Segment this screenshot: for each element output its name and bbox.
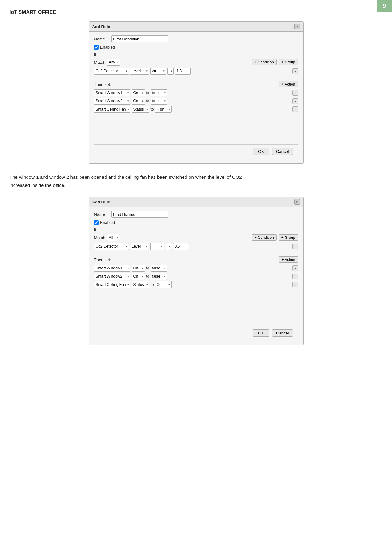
action-value-select-2-3[interactable]: High Low Off: [155, 281, 172, 288]
dialog-1-close-button[interactable]: ×: [294, 24, 300, 29]
action-value-wrapper-1-2: true false: [151, 98, 167, 105]
dialog-1-body: Name Enabled If: Match Any All: [89, 32, 303, 160]
action-value-wrapper-2-1: true false: [151, 265, 167, 272]
action-device-select-1-2[interactable]: Smart Window2: [94, 98, 130, 105]
name-input-2[interactable]: [111, 211, 168, 218]
device-select-2[interactable]: Co2 Detector: [94, 243, 129, 250]
add-condition-button-1[interactable]: + Condition: [252, 59, 277, 65]
enabled-label: Enabled: [100, 45, 115, 50]
remove-action-button-1-2[interactable]: -: [292, 98, 298, 104]
operator-select-wrapper-2: = >= <=: [150, 243, 164, 250]
action-value-select-2-1[interactable]: true false: [151, 265, 167, 272]
action-property-select-2-1[interactable]: On: [132, 265, 145, 272]
action-value-select-1-3[interactable]: High Low Off: [155, 106, 172, 113]
page-number: 9: [377, 0, 392, 12]
value-arrow-select-1[interactable]: [167, 68, 174, 75]
enabled-label-2: Enabled: [100, 220, 115, 225]
property-select-wrapper-2: Level: [130, 243, 149, 250]
enabled-checkbox-2[interactable]: [94, 220, 99, 225]
remove-action-button-2-1[interactable]: -: [292, 265, 298, 271]
action-device-select-2-2[interactable]: Smart Window2: [94, 273, 130, 280]
action-device-wrapper-1-2: Smart Window2: [94, 98, 130, 105]
app-title: IoT SMART OFFICE: [9, 9, 383, 15]
action-property-wrapper-2-2: On: [132, 273, 145, 280]
enabled-row-2: Enabled: [94, 220, 298, 225]
description-text: The window 1 and window 2 has been opene…: [9, 173, 262, 189]
match-left-2: Match Any All: [94, 234, 120, 241]
cancel-button-1[interactable]: Cancel: [272, 148, 293, 155]
action-device-wrapper-1-3: Smart Ceiling Fan: [94, 106, 130, 113]
action-value-wrapper-2-2: true false: [151, 273, 167, 280]
add-group-button-2[interactable]: + Group: [279, 234, 298, 241]
property-select-1[interactable]: Level: [130, 68, 149, 75]
remove-action-button-2-2[interactable]: -: [292, 274, 298, 279]
then-label-1: Then set:: [94, 82, 111, 87]
cancel-button-2[interactable]: Cancel: [272, 329, 293, 337]
remove-action-button-1-1[interactable]: -: [292, 90, 298, 96]
match-select-1[interactable]: Any All: [107, 59, 120, 66]
action-value-select-1-2[interactable]: true false: [151, 98, 167, 105]
remove-action-button-1-3[interactable]: -: [292, 106, 298, 112]
remove-condition-button-2[interactable]: -: [292, 244, 298, 249]
name-input[interactable]: [111, 35, 168, 42]
condition-row-2: Co2 Detector Level = >= <=: [94, 243, 298, 250]
add-action-button-2[interactable]: + Action: [279, 256, 298, 263]
enabled-checkbox[interactable]: [94, 45, 99, 50]
action-property-select-2-2[interactable]: On: [132, 273, 145, 280]
condition-value-input-2[interactable]: [173, 243, 189, 250]
name-label-2: Name: [94, 212, 109, 217]
if-label-1: If:: [94, 52, 298, 57]
match-label-2: Match: [94, 235, 105, 240]
to-text-1-1: to: [146, 91, 149, 95]
dialog-2-footer: OK Cancel: [94, 326, 298, 338]
value-arrow-select-2[interactable]: [166, 243, 172, 250]
property-select-2[interactable]: Level: [130, 243, 149, 250]
remove-action-button-2-3[interactable]: -: [292, 282, 298, 287]
action-row-2-3: Smart Ceiling Fan Status to High Low Off: [94, 281, 298, 288]
if-label-2: If:: [94, 227, 298, 232]
remove-condition-button-1[interactable]: -: [292, 68, 298, 74]
to-text-2-2: to: [146, 274, 149, 279]
ok-button-1[interactable]: OK: [253, 148, 269, 155]
action-value-wrapper-1-3: High Low Off: [155, 106, 172, 113]
dialog-2-header: Add Rule ×: [89, 197, 303, 207]
action-property-select-1-3[interactable]: Status: [132, 106, 149, 113]
match-select-2[interactable]: Any All: [107, 234, 120, 241]
action-property-select-1-1[interactable]: On: [132, 89, 145, 96]
add-group-button-1[interactable]: + Group: [279, 59, 298, 65]
action-row-1-3: Smart Ceiling Fan Status to High Low Off: [94, 106, 298, 113]
dialog-1-title: Add Rule: [92, 24, 110, 29]
action-value-select-2-2[interactable]: true false: [151, 273, 167, 280]
action-property-wrapper-2-1: On: [132, 265, 145, 272]
operator-select-2[interactable]: = >= <=: [150, 243, 164, 250]
if-section-2: If: Match Any All + Condition + Group: [94, 227, 298, 250]
then-section-2: Then set: + Action Smart Window1 On to: [94, 256, 298, 288]
action-property-select-1-2[interactable]: On: [132, 98, 145, 105]
add-condition-button-2[interactable]: + Condition: [252, 234, 277, 241]
match-row-1: Match Any All + Condition + Group: [94, 59, 298, 66]
enabled-row: Enabled: [94, 45, 298, 50]
device-select-1[interactable]: Co2 Detector: [94, 68, 129, 75]
to-text-1-3: to: [151, 107, 154, 111]
dialog-2-close-button[interactable]: ×: [294, 199, 300, 205]
action-device-select-2-1[interactable]: Smart Window1: [94, 265, 130, 272]
match-select-wrapper-1: Any All: [107, 59, 120, 66]
operator-select-1[interactable]: >= = <=: [150, 68, 166, 75]
to-text-2-1: to: [146, 266, 149, 270]
action-device-select-1-3[interactable]: Smart Ceiling Fan: [94, 106, 130, 113]
then-label-2: Then set:: [94, 257, 111, 262]
add-rule-dialog-2: Add Rule × Name Enabled If: Match Any: [89, 197, 304, 345]
action-property-wrapper-1-1: On: [132, 89, 145, 96]
action-value-select-1-1[interactable]: true false: [151, 89, 167, 96]
action-row-2-1: Smart Window1 On to true false -: [94, 265, 298, 272]
then-header-1: Then set: + Action: [94, 81, 298, 87]
add-action-button-1[interactable]: + Action: [279, 81, 298, 87]
ok-button-2[interactable]: OK: [253, 329, 269, 337]
action-property-select-2-3[interactable]: Status: [132, 281, 149, 288]
action-device-select-1-1[interactable]: Smart Window1: [94, 89, 130, 96]
action-device-select-2-3[interactable]: Smart Ceiling Fan: [94, 281, 130, 288]
match-right-1: + Condition + Group: [252, 59, 298, 65]
device-select-wrapper-2: Co2 Detector: [94, 243, 129, 250]
condition-row-1: Co2 Detector Level >= = <=: [94, 68, 298, 75]
condition-value-input-1[interactable]: [175, 68, 191, 75]
